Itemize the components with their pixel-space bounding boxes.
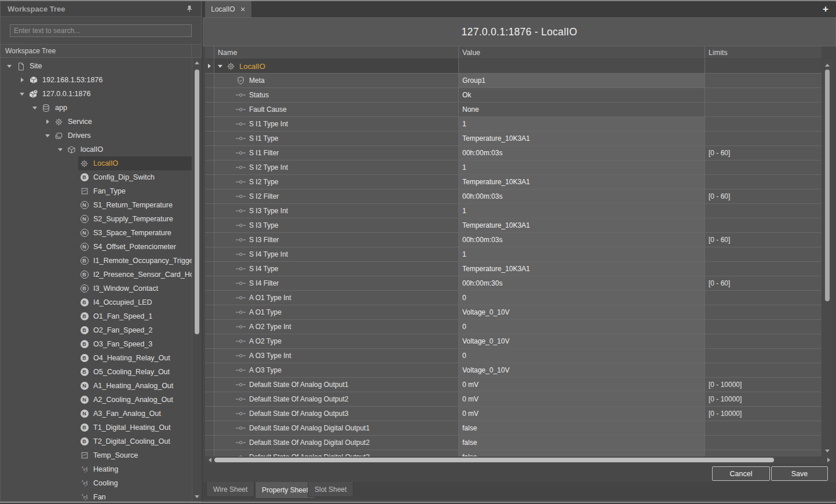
property-row-s-i4-type[interactable]: S I4 TypeTemperature_10K3A1 [205,262,822,276]
property-row-default-state-of-analog-digital-output2[interactable]: Default State Of Analog Digital Output2f… [205,436,822,450]
property-row-a-o2-type[interactable]: A O2 TypeVoltage_0_10V [205,334,822,349]
value-cell[interactable]: 0 [459,349,705,363]
value-cell[interactable]: 1 [459,204,705,218]
scroll-right-icon[interactable] [825,456,832,463]
row-expand-arrow-icon[interactable] [208,64,211,68]
row-gutter-cell[interactable] [205,276,214,291]
tree-item-o1-fan-speed-1[interactable]: BO1_Fan_Speed_1 [1,309,192,323]
row-gutter-cell[interactable] [205,262,214,276]
row-gutter-cell[interactable] [205,88,214,103]
property-row-default-state-of-analog-output2[interactable]: Default State Of Analog Output20 mV[0 - … [205,392,822,407]
value-cell[interactable]: 0 mV [459,378,705,392]
property-row-fault-cause[interactable]: Fault CauseNone [205,103,822,117]
value-cell[interactable]: false [459,421,705,436]
property-row-default-state-of-analog-digital-output3[interactable]: Default State Of Analog Digital Output3f… [205,450,822,456]
scroll-left-icon[interactable] [206,456,213,463]
tree-item-192-168-1-53-1876[interactable]: 192.168.1.53:1876 [1,73,192,87]
value-cell[interactable]: false [459,450,705,456]
value-cell[interactable]: 00h:00m:03s [459,189,705,204]
row-gutter-cell[interactable] [205,291,214,305]
tree-item-s2-supply-temperature[interactable]: NS2_Supply_Temperature [1,212,192,226]
value-cell[interactable]: 0 mV [459,407,705,421]
close-icon[interactable]: ✕ [240,6,246,13]
tree-item-i3-window-contact[interactable]: BI3_Window_Contact [1,282,192,295]
value-cell[interactable]: Voltage_0_10V [459,363,705,378]
property-row-a-o3-type-int[interactable]: A O3 Type Int0 [205,349,822,363]
row-gutter-cell[interactable] [205,218,214,233]
row-gutter-cell[interactable] [205,421,214,436]
value-cell[interactable]: None [459,103,705,117]
property-row-s-i3-type[interactable]: S I3 TypeTemperature_10K3A1 [205,218,822,233]
row-gutter-cell[interactable] [205,146,214,160]
property-row-a-o3-type[interactable]: A O3 TypeVoltage_0_10V [205,363,822,378]
property-row-s-i2-filter[interactable]: S I2 Filter00h:00m:03s[0 - 60] [205,189,822,204]
value-cell[interactable]: 00h:00m:03s [459,146,705,160]
property-row-default-state-of-analog-output1[interactable]: Default State Of Analog Output10 mV[0 - … [205,378,822,392]
table-vertical-scrollbar-thumb[interactable] [825,70,830,301]
tree-scrollbar-thumb[interactable] [195,70,199,334]
tree-item-service[interactable]: Service [1,115,192,129]
property-row-a-o2-type-int[interactable]: A O2 Type Int0 [205,320,822,334]
value-cell[interactable]: Voltage_0_10V [459,305,705,320]
row-gutter-cell[interactable] [205,407,214,421]
collapse-arrow-icon[interactable] [30,107,40,109]
search-input[interactable] [10,24,192,37]
collapse-arrow-icon[interactable] [42,134,53,137]
expand-arrow-icon[interactable] [42,119,53,124]
row-gutter-cell[interactable] [205,247,214,262]
row-gutter-cell[interactable] [205,160,214,175]
tab-wire-sheet[interactable]: Wire Sheet [206,482,254,497]
value-cell[interactable]: Temperature_10K3A1 [459,175,705,189]
property-row-s-i3-filter[interactable]: S I3 Filter00h:00m:03s[0 - 60] [205,233,822,247]
value-cell[interactable]: Temperature_10K3A1 [459,262,705,276]
row-gutter-cell[interactable] [205,450,214,456]
property-row-default-state-of-analog-output3[interactable]: Default State Of Analog Output30 mV[0 - … [205,407,822,421]
tab-slot-sheet[interactable]: Slot Sheet [308,482,353,497]
tree-item-o3-fan-speed-3[interactable]: BO3_Fan_Speed_3 [1,337,192,351]
row-gutter-cell[interactable] [205,320,214,334]
property-row-s-i4-type-int[interactable]: S I4 Type Int1 [205,247,822,262]
scroll-down-icon[interactable] [823,447,832,454]
table-horizontal-scrollbar-thumb[interactable] [214,458,774,462]
scroll-down-icon[interactable] [192,493,202,500]
row-gutter-cell[interactable] [205,392,214,407]
tree-item-a2-cooling-analog-out[interactable]: NA2_Cooling_Analog_Out [1,393,192,407]
row-gutter-cell[interactable] [205,378,214,392]
row-gutter-cell[interactable] [205,349,214,363]
value-cell[interactable]: 0 [459,320,705,334]
tree-item-s3-space-temperature[interactable]: NS3_Space_Temperature [1,226,192,240]
value-cell[interactable]: Ok [459,88,705,103]
value-cell[interactable]: 1 [459,247,705,262]
value-cell[interactable]: Voltage_0_10V [459,334,705,349]
property-row-s-i2-type[interactable]: S I2 TypeTemperature_10K3A1 [205,175,822,189]
tree-scrollbar[interactable] [192,58,202,501]
property-row-default-state-of-analog-digital-output1[interactable]: Default State Of Analog Digital Output1f… [205,421,822,436]
tree-item-i4-occupied-led[interactable]: BI4_Occupied_LED [1,295,192,309]
tree-item-127-0-0-1-1876[interactable]: 127.0.0.1:1876 [1,87,192,101]
tree-item-localio[interactable]: LocalIO [1,156,192,170]
property-row-a-o1-type-int[interactable]: A O1 Type Int0 [205,291,822,305]
tree-item-a1-heating-analog-out[interactable]: NA1_Heating_Analog_Out [1,379,192,393]
tree-item-localio[interactable]: localIO [1,143,192,156]
tree-item-s4-offset-potenciometer[interactable]: NS4_Offset_Potenciometer [1,240,192,254]
row-gutter-cell[interactable] [205,334,214,349]
row-gutter-cell[interactable] [205,59,214,74]
property-row-s-i1-type[interactable]: S I1 TypeTemperature_10K3A1 [205,132,822,146]
row-gutter-cell[interactable] [205,175,214,189]
property-row-s-i1-type-int[interactable]: S I1 Type Int1 [205,117,822,132]
value-cell[interactable]: 1 [459,117,705,132]
property-row-a-o1-type[interactable]: A O1 TypeVoltage_0_10V [205,305,822,320]
scroll-up-icon[interactable] [192,59,202,66]
tree-item-cooling[interactable]: Cooling [1,476,192,490]
value-cell[interactable]: false [459,436,705,450]
tree-item-i1-remote-occupancy-trigger[interactable]: BI1_Remote_Occupancy_Trigger [1,254,192,268]
tree-item-config-dip-switch[interactable]: BConfig_Dip_Switch [1,170,192,184]
collapse-arrow-icon[interactable] [4,65,14,68]
tree-item-site[interactable]: Site [1,59,192,73]
row-gutter-cell[interactable] [205,189,214,204]
value-cell[interactable]: Group1 [459,74,705,88]
tree-item-o4-heating-relay-out[interactable]: BO4_Heating_Relay_Out [1,351,192,365]
row-gutter-cell[interactable] [205,204,214,218]
row-gutter-cell[interactable] [205,233,214,247]
collapse-arrow-icon[interactable] [17,93,27,96]
